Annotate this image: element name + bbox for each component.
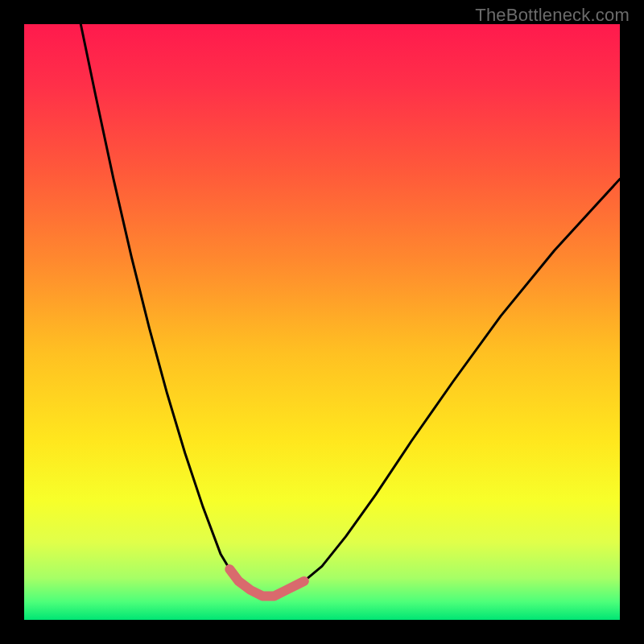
watermark-text: TheBottleneck.com bbox=[475, 5, 630, 26]
chart-frame: TheBottleneck.com bbox=[0, 0, 644, 644]
gradient-background bbox=[24, 24, 620, 620]
plot-svg bbox=[24, 24, 620, 620]
plot-area bbox=[24, 24, 620, 620]
